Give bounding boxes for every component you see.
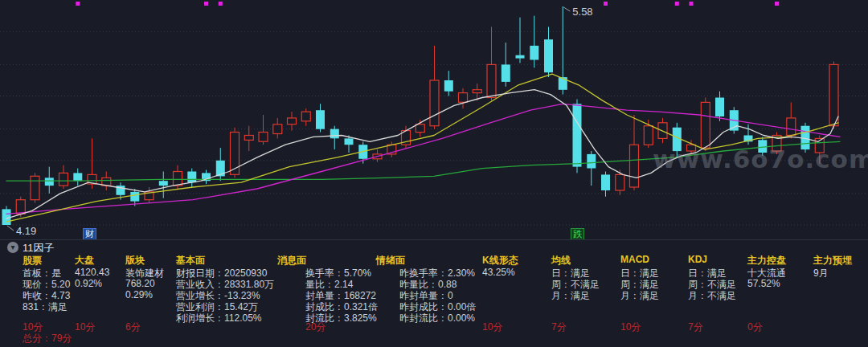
column-header: MACD xyxy=(620,254,649,265)
total-score: 总分：79分 xyxy=(23,332,72,345)
column-header: 消息面 xyxy=(277,254,306,267)
data-line: 9月 xyxy=(813,267,829,280)
data-line: 57.52% xyxy=(747,278,780,289)
column-header: KDJ xyxy=(688,254,707,265)
column-score: 0分 xyxy=(747,320,763,334)
data-line: 月：不满足 xyxy=(688,289,736,303)
column-header: K线形态 xyxy=(482,254,518,267)
column-score: 7分 xyxy=(551,320,567,334)
collapse-chevron-icon[interactable]: ▾ xyxy=(7,242,18,253)
column-score: 10分 xyxy=(482,320,502,334)
data-line: 831：满足 xyxy=(23,300,68,314)
data-line: 768.20 xyxy=(125,278,155,289)
data-line: 43.25% xyxy=(482,267,515,278)
column-header: 版块 xyxy=(125,254,145,267)
column-header: 主力控盘 xyxy=(747,254,786,267)
column-header: 情绪面 xyxy=(376,254,405,267)
column-score: 20分 xyxy=(305,320,326,334)
column-header: 基本面 xyxy=(176,254,205,267)
data-line: 昨封流比：0.00% xyxy=(399,312,475,325)
column-score: 10分 xyxy=(75,320,95,334)
data-line: 月：满足 xyxy=(551,289,590,303)
data-line: 月：满足 xyxy=(620,289,659,303)
data-line: 利润增长：112.05% xyxy=(176,312,261,325)
data-line: 0.29% xyxy=(125,289,153,300)
data-line: 0.92% xyxy=(75,278,102,289)
column-header: 股票 xyxy=(23,254,42,267)
column-score: 10分 xyxy=(620,320,641,334)
data-line: 4120.43 xyxy=(75,267,109,278)
column-score: 7分 xyxy=(688,320,703,334)
column-header: 大盘 xyxy=(75,254,94,267)
column-score: 6分 xyxy=(125,320,141,334)
column-header: 主力预埋 xyxy=(813,254,852,267)
column-header: 均线 xyxy=(551,254,571,267)
factor-panel: ▾ 11因子 股票首板：是现价：5.20昨收：4.73831：满足10分大盘41… xyxy=(0,0,868,347)
